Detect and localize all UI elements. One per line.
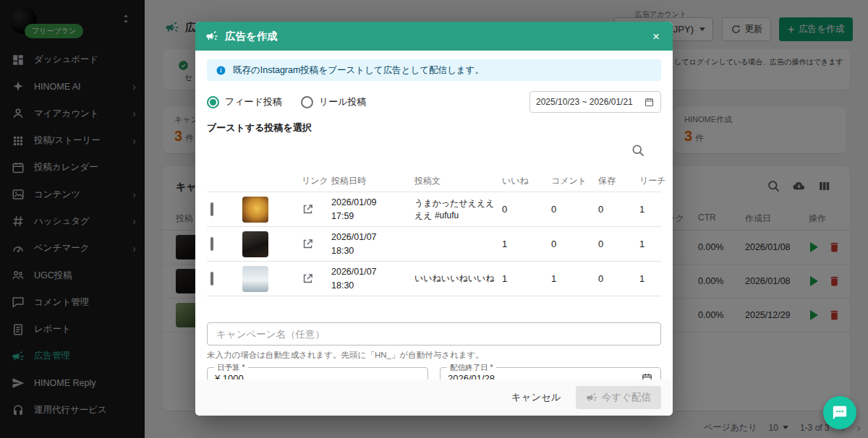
- megaphone-icon: [586, 392, 597, 403]
- post-type-radios: フィード投稿 リール投稿: [207, 95, 367, 108]
- cancel-button[interactable]: キャンセル: [504, 386, 569, 409]
- radio-label: フィード投稿: [225, 95, 282, 108]
- submit-label: 今すぐ配信: [602, 391, 651, 404]
- create-ad-modal: 広告を作成 × 既存のInstagram投稿をブーストして広告として配信します。…: [195, 22, 673, 416]
- post-thumbnail: [242, 231, 268, 257]
- post-thumbnail: [242, 197, 268, 223]
- info-alert: 既存のInstagram投稿をブーストして広告として配信します。: [207, 59, 661, 81]
- date-range-value: 2025/10/23 ~ 2026/01/21: [536, 97, 639, 107]
- modal-header: 広告を作成 ×: [195, 22, 673, 51]
- end-date-label: 配信終了日 *: [447, 363, 496, 373]
- open-in-new-icon[interactable]: [302, 272, 314, 285]
- calendar-icon: [644, 97, 655, 108]
- megaphone-icon: [205, 30, 218, 43]
- daily-budget-label: 日予算 *: [214, 363, 248, 373]
- campaign-name-input[interactable]: [207, 322, 661, 345]
- posts-table: リンク 投稿日時 投稿文 いいね コメント 保存 リーチ 2026/01/091…: [207, 171, 661, 296]
- radio-selected-icon: [207, 96, 219, 108]
- radio-reel-post[interactable]: リール投稿: [301, 95, 367, 108]
- radio-feed-post[interactable]: フィード投稿: [207, 95, 282, 108]
- post-row: 2026/01/0917:59 うまかったせえええええ #ufufu 0 0 0…: [207, 192, 661, 227]
- chat-icon: [832, 405, 848, 421]
- open-in-new-icon[interactable]: [302, 238, 314, 250]
- post-thumbnail: [242, 266, 268, 292]
- info-icon: [216, 65, 226, 76]
- checkbox[interactable]: [210, 237, 213, 251]
- post-row: 2026/01/0718:30 いいねいいねいいね 1 1 0 1: [207, 262, 661, 296]
- select-posts-label: ブーストする投稿を選択: [207, 121, 661, 133]
- checkbox[interactable]: [210, 202, 213, 216]
- open-in-new-icon[interactable]: [302, 203, 314, 215]
- search-icon[interactable]: [631, 143, 645, 158]
- submit-button[interactable]: 今すぐ配信: [576, 386, 661, 409]
- post-row: 2026/01/0718:30 1 0 0 1: [207, 227, 661, 262]
- radio-unselected-icon: [301, 96, 313, 108]
- posts-table-header: リンク 投稿日時 投稿文 いいね コメント 保存 リーチ: [207, 171, 661, 192]
- checkbox[interactable]: [210, 272, 213, 285]
- modal-footer: キャンセル 今すぐ配信: [195, 379, 673, 416]
- campaign-helper-text: 未入力の場合は自動生成されます。先頭に「HN_」が自動付与されます。: [207, 350, 661, 361]
- close-icon[interactable]: ×: [650, 29, 663, 44]
- modal-title: 広告を作成: [225, 30, 643, 43]
- date-range-field[interactable]: 2025/10/23 ~ 2026/01/21: [529, 91, 661, 113]
- radio-label: リール投稿: [319, 95, 367, 108]
- modal-body: 既存のInstagram投稿をブーストして広告として配信します。 フィード投稿 …: [195, 59, 673, 416]
- alert-text: 既存のInstagram投稿をブーストして広告として配信します。: [233, 64, 484, 77]
- chat-widget-button[interactable]: [823, 396, 856, 429]
